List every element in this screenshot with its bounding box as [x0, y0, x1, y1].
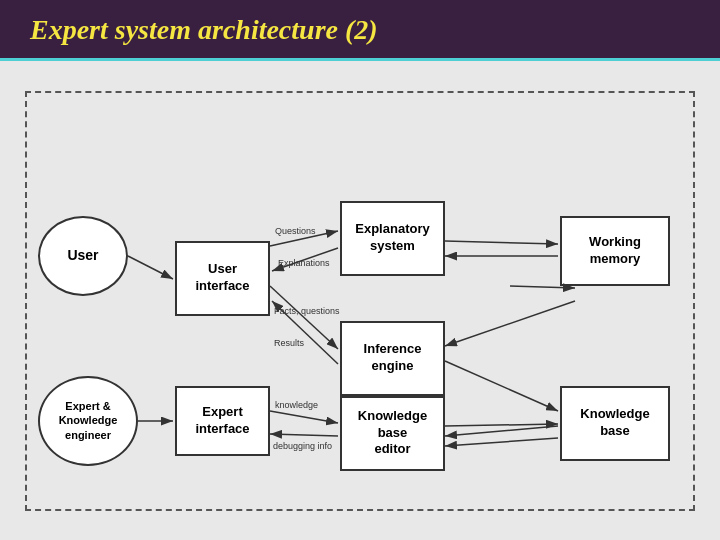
explanatory-system-node: Explanatory system	[340, 201, 445, 276]
diagram: User Expert & Knowledge engineer User in…	[20, 86, 700, 516]
knowledge-base-node: Knowledge base	[560, 386, 670, 461]
slide: Expert system architecture (2) User Expe…	[0, 0, 720, 540]
expert-knowledge-engineer-node: Expert & Knowledge engineer	[38, 376, 138, 466]
working-memory-node: Working memory	[560, 216, 670, 286]
slide-header: Expert system architecture (2)	[0, 0, 720, 61]
inference-engine-node: Inference engine	[340, 321, 445, 396]
slide-content: User Expert & Knowledge engineer User in…	[0, 61, 720, 540]
knowledge-base-editor-node: Knowledge base editor	[340, 396, 445, 471]
user-node: User	[38, 216, 128, 296]
slide-title: Expert system architecture (2)	[30, 14, 690, 46]
expert-interface-node: Expert interface	[175, 386, 270, 456]
user-interface-node: User interface	[175, 241, 270, 316]
